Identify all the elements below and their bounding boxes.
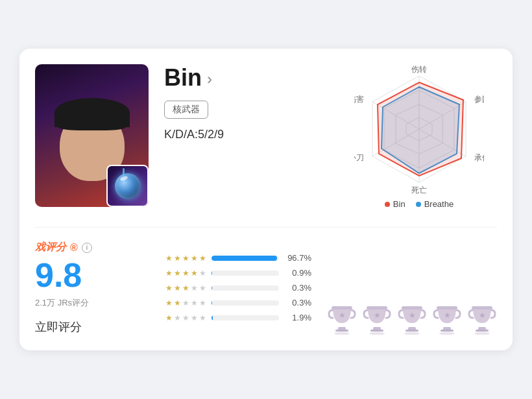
svg-text:伤害: 伤害 [354, 95, 364, 104]
rating-left: 戏评分 ® i 9.8 2.1万 JRs评分 立即评分 [35, 241, 139, 334]
bar-fill [212, 256, 277, 261]
breathe-dot [416, 202, 421, 207]
top-section: Bin › 核武器 K/D/A:5/2/9 [35, 64, 497, 209]
stars: ★★★★★ [154, 269, 206, 278]
player-photo [35, 64, 149, 207]
svg-rect-28 [402, 306, 422, 309]
chevron-icon[interactable]: › [207, 70, 212, 88]
bar-row: ★★★★★0.9% [154, 268, 311, 278]
bar-row: ★★★★★0.3% [154, 283, 311, 293]
star: ★ [165, 284, 173, 293]
svg-text:★: ★ [339, 311, 346, 320]
bar-pct: 0.3% [284, 283, 311, 293]
bottom-section: 戏评分 ® i 9.8 2.1万 JRs评分 立即评分 ★★★★★96.7%★★… [35, 227, 497, 334]
svg-rect-33 [437, 306, 457, 309]
star: ★ [191, 313, 198, 322]
star: ★ [191, 298, 198, 308]
bar-track [212, 315, 279, 320]
star: ★ [191, 269, 198, 278]
star: ★ [165, 269, 173, 278]
star: ★ [182, 298, 189, 308]
svg-rect-27 [405, 330, 418, 332]
svg-text:★: ★ [444, 311, 451, 320]
bar-fill [212, 315, 213, 320]
bar-pct: 0.9% [284, 268, 311, 278]
svg-text:承伤: 承伤 [474, 153, 484, 162]
trophy-icon[interactable]: ★ [362, 302, 392, 335]
icons-section: ★ ★ [327, 241, 497, 334]
bar-track [212, 271, 279, 276]
bars-section: ★★★★★96.7%★★★★★0.9%★★★★★0.3%★★★★★0.3%★★★… [154, 241, 311, 334]
player-info: Bin › 核武器 K/D/A:5/2/9 [149, 64, 341, 141]
bar-pct: 1.9% [284, 313, 311, 322]
star: ★ [165, 254, 173, 263]
svg-rect-17 [335, 330, 348, 332]
star: ★ [199, 298, 206, 308]
breathe-label: Breathe [424, 199, 454, 209]
star: ★ [199, 284, 206, 293]
champion-orb [115, 173, 141, 199]
svg-rect-32 [441, 330, 453, 332]
bin-dot [385, 202, 390, 207]
svg-rect-22 [370, 330, 383, 332]
svg-point-15 [334, 332, 350, 335]
stars: ★★★★★ [154, 284, 206, 293]
svg-rect-18 [332, 306, 352, 309]
svg-point-30 [439, 332, 455, 335]
bar-pct: 96.7% [284, 253, 311, 263]
chart-legend: Bin Breathe [385, 199, 453, 209]
player-name: Bin [164, 64, 202, 91]
bar-pct: 0.3% [284, 298, 311, 308]
bar-row: ★★★★★96.7% [154, 253, 311, 263]
stars: ★★★★★ [154, 254, 206, 263]
bar-row: ★★★★★1.9% [154, 313, 311, 322]
star: ★ [199, 313, 206, 322]
star: ★ [191, 254, 198, 263]
star: ★ [191, 284, 198, 293]
svg-rect-23 [367, 306, 387, 309]
stars: ★★★★★ [154, 298, 206, 308]
trophy-icon[interactable]: ★ [432, 302, 462, 335]
svg-point-35 [474, 332, 490, 335]
role-badge: 核武器 [164, 101, 208, 119]
svg-rect-38 [472, 306, 492, 309]
trophy-icons: ★ ★ [327, 302, 497, 335]
star: ★ [174, 313, 181, 322]
brand-text: 戏评分 [35, 241, 66, 254]
rating-count: 2.1万 JRs评分 [35, 297, 139, 309]
svg-marker-8 [378, 82, 463, 176]
bar-track [212, 285, 279, 291]
svg-text:★: ★ [374, 311, 381, 320]
star: ★ [165, 298, 173, 308]
star: ★ [165, 313, 173, 322]
champion-icon[interactable] [106, 165, 149, 207]
rate-now-button[interactable]: 立即评分 [35, 319, 139, 335]
star: ★ [199, 254, 206, 263]
legend-bin: Bin [385, 199, 405, 209]
radar-container: 伤转 参团 承伤 死亡 补刀 伤害 Bin Breathe [341, 64, 497, 209]
svg-text:参团: 参团 [474, 95, 484, 104]
trophy-icon[interactable]: ★ [467, 302, 497, 335]
svg-point-20 [369, 332, 385, 335]
info-icon[interactable]: i [82, 243, 92, 253]
star: ★ [182, 254, 189, 263]
rating-brand: 戏评分 ® i [35, 241, 139, 254]
trophy-icon[interactable]: ★ [397, 302, 427, 335]
star: ★ [182, 313, 189, 322]
kda-text: K/D/A:5/2/9 [164, 128, 326, 141]
svg-text:补刀: 补刀 [354, 153, 364, 162]
star: ★ [182, 269, 189, 278]
trademark: ® [70, 242, 78, 254]
svg-rect-37 [476, 330, 489, 332]
star: ★ [174, 284, 181, 293]
svg-text:★: ★ [409, 311, 416, 320]
bin-label: Bin [393, 199, 405, 209]
star: ★ [174, 298, 181, 308]
svg-text:死亡: 死亡 [411, 186, 427, 194]
player-name-row: Bin › [164, 64, 326, 91]
bar-track [212, 300, 279, 306]
trophy-icon[interactable]: ★ [327, 302, 357, 335]
star: ★ [174, 269, 181, 278]
star: ★ [199, 269, 206, 278]
player-card: Bin › 核武器 K/D/A:5/2/9 [19, 49, 513, 350]
